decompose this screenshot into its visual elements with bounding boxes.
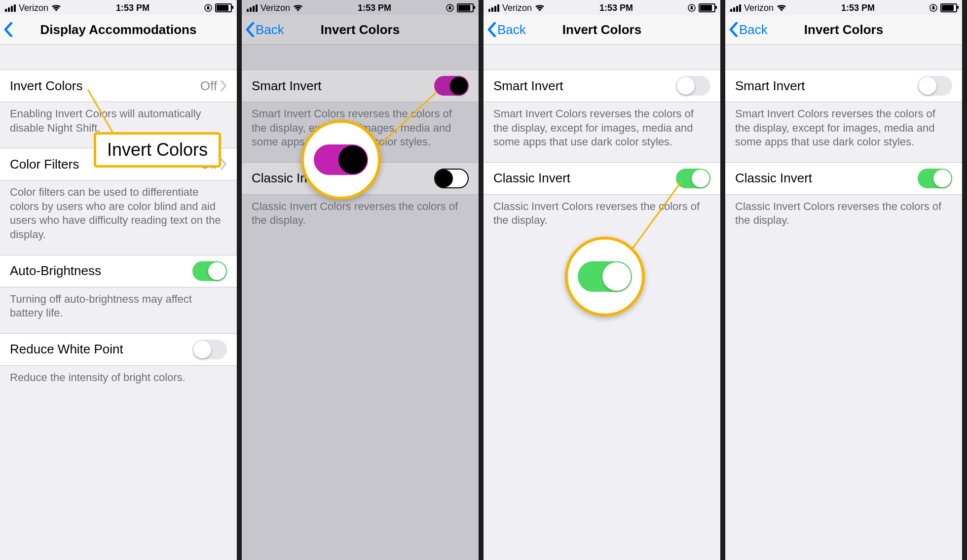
status-bar: Verizon 1:53 PM <box>725 0 962 15</box>
nav-bar: Back Invert Colors <box>242 15 479 45</box>
signal-icon <box>730 4 741 12</box>
wifi-icon <box>777 4 786 12</box>
screenshot-4-cropped: Verizon 1:53 PM Back Invert Colors Smart… <box>725 0 962 560</box>
annotation-callout: Invert Colors <box>94 132 221 168</box>
carrier-label: Verizon <box>744 3 774 13</box>
row-label: Smart Invert <box>493 78 676 94</box>
row-label: Smart Invert <box>735 78 918 94</box>
carrier-label: Verizon <box>502 3 532 13</box>
signal-icon <box>247 4 258 12</box>
carrier-label: Verizon <box>260 3 290 13</box>
status-bar: Verizon 1:53 PM <box>0 0 237 15</box>
back-label: Back <box>739 22 768 37</box>
row-footer: Enabling Invert Colors will automaticall… <box>0 102 237 135</box>
chevron-left-icon <box>729 22 738 37</box>
wifi-icon <box>535 4 545 12</box>
battery-icon <box>940 3 957 12</box>
carrier-label: Verizon <box>19 3 48 13</box>
smart-invert-toggle[interactable] <box>676 76 710 96</box>
smart-invert-row: Smart Invert <box>242 70 479 102</box>
classic-invert-toggle[interactable] <box>918 169 952 188</box>
row-footer: Classic Invert Colors reverses the color… <box>242 195 479 228</box>
wifi-icon <box>293 4 303 12</box>
clock-label: 1:53 PM <box>545 3 688 13</box>
invert-colors-row[interactable]: Invert Colors Off <box>0 70 237 102</box>
smart-invert-toggle[interactable] <box>434 76 469 96</box>
classic-invert-row: Classic Invert <box>725 162 962 195</box>
clock-label: 1:53 PM <box>303 3 446 13</box>
row-label: Auto-Brightness <box>10 263 192 279</box>
row-value: Off <box>200 78 217 94</box>
row-footer: Classic Invert Colors reverses the color… <box>725 195 962 228</box>
chevron-right-icon <box>220 80 227 91</box>
clock-label: 1:53 PM <box>786 3 930 13</box>
orientation-lock-icon <box>930 4 937 12</box>
wifi-icon <box>51 4 61 12</box>
chevron-left-icon <box>4 22 13 37</box>
toggle-illustration <box>578 261 632 292</box>
orientation-lock-icon <box>688 4 696 12</box>
row-label: Classic Invert <box>735 171 918 186</box>
orientation-lock-icon <box>204 4 212 12</box>
chevron-left-icon <box>246 22 255 37</box>
nav-bar: Back Invert Colors <box>725 15 962 45</box>
page-title: Display Accommodations <box>0 22 237 37</box>
annotation-callout <box>565 237 645 316</box>
smart-invert-toggle[interactable] <box>918 76 952 96</box>
clock-label: 1:53 PM <box>61 3 204 13</box>
reduce-white-point-row: Reduce White Point <box>0 333 237 366</box>
classic-invert-toggle[interactable] <box>676 169 710 188</box>
nav-bar: Back Invert Colors <box>484 15 720 45</box>
back-button[interactable]: Back <box>246 22 284 37</box>
screenshot-3: Verizon 1:53 PM Back Invert Colors Smart… <box>484 0 720 560</box>
row-footer: Turning off auto-brightness may affect b… <box>0 287 237 320</box>
auto-brightness-row: Auto-Brightness <box>0 255 237 287</box>
back-label: Back <box>256 22 284 37</box>
auto-brightness-toggle[interactable] <box>192 261 227 281</box>
chevron-left-icon <box>487 22 496 37</box>
status-bar: Verizon 1:53 PM <box>242 0 479 15</box>
signal-icon <box>5 4 16 12</box>
toggle-illustration <box>314 144 368 175</box>
screenshot-2: Verizon 1:53 PM Back Invert Colors Smart… <box>242 0 479 560</box>
signal-icon <box>488 4 499 12</box>
smart-invert-row: Smart Invert <box>484 70 720 102</box>
battery-icon <box>215 3 232 12</box>
row-footer: Reduce the intensity of bright colors. <box>0 366 237 385</box>
row-footer: Smart Invert Colors reverses the colors … <box>725 102 962 149</box>
row-label: Invert Colors <box>10 78 200 94</box>
back-button[interactable]: Back <box>729 22 768 37</box>
battery-icon <box>457 3 474 12</box>
orientation-lock-icon <box>446 4 454 12</box>
classic-invert-toggle[interactable] <box>434 169 469 188</box>
reduce-white-point-toggle[interactable] <box>192 340 227 359</box>
back-button[interactable]: Back <box>487 22 526 37</box>
classic-invert-row: Classic Invert <box>484 162 720 195</box>
row-label: Reduce White Point <box>10 342 192 357</box>
back-button[interactable] <box>4 22 13 37</box>
row-label: Classic Invert <box>493 171 676 186</box>
row-footer: Smart Invert Colors reverses the colors … <box>484 102 720 149</box>
row-label: Smart Invert <box>252 78 434 94</box>
back-label: Back <box>497 22 526 37</box>
smart-invert-row: Smart Invert <box>725 70 962 102</box>
battery-icon <box>699 3 715 12</box>
row-footer: Color filters can be used to differentia… <box>0 180 237 242</box>
chevron-right-icon <box>220 159 227 170</box>
annotation-callout <box>301 120 381 200</box>
row-footer: Classic Invert Colors reverses the color… <box>484 195 720 228</box>
nav-bar: Display Accommodations <box>0 15 237 45</box>
screenshot-1: Verizon 1:53 PM Display Accommodations I… <box>0 0 237 560</box>
status-bar: Verizon 1:53 PM <box>484 0 720 15</box>
